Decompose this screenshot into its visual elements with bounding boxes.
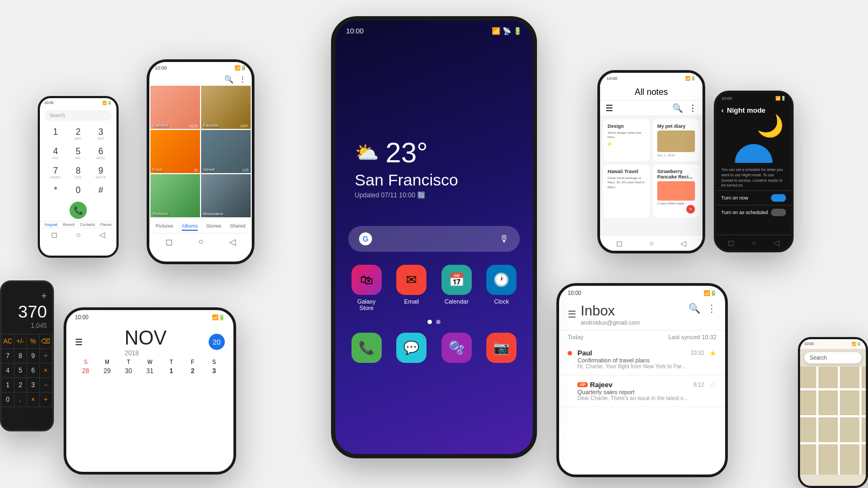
tab-shared[interactable]: Shared xyxy=(230,223,245,231)
tab-stories[interactable]: Stories xyxy=(206,223,222,231)
calc-btn-1[interactable]: 1 xyxy=(2,378,15,393)
calc-btn-9[interactable]: 9 xyxy=(27,349,40,363)
app-email[interactable]: ✉ Email xyxy=(391,265,432,311)
tab-places[interactable]: Places xyxy=(100,223,112,226)
tab-contacts[interactable]: Contacts xyxy=(80,223,95,226)
nav-recents[interactable]: ◁ xyxy=(774,238,780,247)
app-bubbles[interactable]: 🫧 xyxy=(436,333,477,363)
calc-btn-sign[interactable]: +/- xyxy=(15,334,27,349)
cal-day-1[interactable]: 1 xyxy=(161,367,182,375)
dot-1[interactable] xyxy=(428,320,432,324)
app-camera[interactable]: 📷 xyxy=(481,333,522,363)
dialer-search[interactable]: Search xyxy=(44,110,112,121)
calc-btn-7[interactable]: 7 xyxy=(2,349,15,363)
photo-street[interactable]: Street 125 xyxy=(201,130,251,173)
key-6[interactable]: 6MNO xyxy=(91,145,111,162)
email-item-rajeev[interactable]: VIP Rajeev 8:12 Quarterly sales report D… xyxy=(559,375,725,407)
nav-recents[interactable]: ◁ xyxy=(680,239,686,248)
note-design[interactable]: Design Some design notes text here... ⭐ xyxy=(603,119,650,161)
key-hash[interactable]: # xyxy=(91,183,111,197)
key-0[interactable]: 0 xyxy=(68,183,88,197)
calc-btn-4[interactable]: 4 xyxy=(2,363,15,378)
email-menu-icon[interactable]: ☰ xyxy=(568,308,576,320)
nav-back[interactable]: ◻ xyxy=(166,237,173,247)
google-search-bar[interactable]: G 🎙 xyxy=(348,226,520,252)
toggle-row-2[interactable]: Turn on as scheduled xyxy=(716,205,791,219)
nav-home[interactable]: ○ xyxy=(198,237,204,247)
nav-home[interactable]: ○ xyxy=(76,230,80,239)
calc-btn-8[interactable]: 8 xyxy=(15,349,27,363)
calc-btn-6[interactable]: 6 xyxy=(27,363,40,378)
notes-search-icon[interactable]: 🔍 xyxy=(672,103,683,113)
calc-btn-dot[interactable]: . xyxy=(15,393,27,407)
star-paul[interactable]: ★ xyxy=(709,349,717,358)
key-8[interactable]: 8TUV xyxy=(68,164,88,181)
toggle-on-now[interactable] xyxy=(771,194,786,202)
photo-camera[interactable]: Camera 6114 xyxy=(150,86,200,129)
key-3[interactable]: 3DEF xyxy=(91,125,111,142)
note-hawaii[interactable]: Hawaii Travel Great travel package to Ma… xyxy=(603,164,650,218)
photo-mountain[interactable]: Mountains xyxy=(201,174,251,217)
cal-day-30[interactable]: 30 xyxy=(118,367,139,375)
add-button[interactable]: + xyxy=(686,205,695,214)
note-recipe[interactable]: Strawberry Pancake Reci... 2 cups white … xyxy=(653,164,699,218)
nav-recents[interactable]: ◁ xyxy=(99,230,105,239)
email-item-paul[interactable]: Paul 10:32 Confirmation of travel plans … xyxy=(559,343,725,375)
calc-btn-mul[interactable]: × xyxy=(40,363,53,378)
key-9[interactable]: 9WXYZ xyxy=(91,164,111,181)
app-calendar[interactable]: 📅 Calendar xyxy=(436,265,477,311)
calc-btn-3[interactable]: 3 xyxy=(27,378,40,393)
nav-home[interactable]: ○ xyxy=(752,238,756,247)
key-4[interactable]: 4GHI xyxy=(45,145,66,162)
calc-btn-add[interactable]: + xyxy=(40,393,53,407)
calc-btn-del[interactable]: ⌫ xyxy=(40,334,53,349)
email-search-icon[interactable]: 🔍 xyxy=(688,303,700,314)
app-messages[interactable]: 💬 xyxy=(391,333,432,363)
map-view[interactable] xyxy=(800,367,866,475)
app-galaxy-store[interactable]: 🛍 GalaxyStore xyxy=(346,265,387,311)
key-7[interactable]: 7PQRS xyxy=(45,164,66,181)
key-1[interactable]: 1 xyxy=(45,125,66,142)
app-phone[interactable]: 📞 xyxy=(346,333,387,363)
key-2[interactable]: 2ABC xyxy=(68,125,88,142)
nav-back[interactable]: ◻ xyxy=(616,239,623,248)
notes-menu-icon[interactable]: ☰ xyxy=(605,103,613,113)
nav-home[interactable]: ○ xyxy=(649,239,653,248)
star-rajeev[interactable]: ☆ xyxy=(709,381,717,389)
cal-day-28[interactable]: 28 xyxy=(75,367,97,375)
toggle-row-1[interactable]: Turn on now xyxy=(716,190,791,205)
calendar-day-badge[interactable]: 20 xyxy=(209,334,225,350)
nav-back[interactable]: ◻ xyxy=(728,238,734,247)
calc-btn-sub[interactable]: − xyxy=(40,378,53,393)
nav-back[interactable]: ◻ xyxy=(51,230,58,239)
dot-2[interactable] xyxy=(436,320,440,324)
nav-recents[interactable]: ◁ xyxy=(229,237,236,247)
photo-food[interactable]: Food 30 xyxy=(150,130,200,173)
notes-more-icon[interactable]: ⋮ xyxy=(688,103,697,113)
tab-pictures[interactable]: Pictures xyxy=(156,223,174,231)
photo-people[interactable]: Pictures xyxy=(150,174,200,217)
note-diary[interactable]: My pet diary Nov 1, 2018 xyxy=(653,119,699,161)
cal-day-2[interactable]: 2 xyxy=(182,367,204,375)
key-5[interactable]: 5JKL xyxy=(68,145,88,162)
calc-btn-div[interactable]: ÷ xyxy=(40,349,53,363)
calc-btn-5[interactable]: 5 xyxy=(15,363,27,378)
tab-recent[interactable]: Recent xyxy=(63,223,75,226)
key-star[interactable]: * xyxy=(45,183,66,197)
calc-btn-ac[interactable]: AC xyxy=(2,334,15,349)
tab-keypad[interactable]: Keypad xyxy=(45,223,58,226)
app-clock[interactable]: 🕐 Clock xyxy=(481,265,522,311)
cal-day-29[interactable]: 29 xyxy=(97,367,118,375)
map-search-bar[interactable]: Search xyxy=(804,352,862,363)
mic-icon[interactable]: 🎙 xyxy=(499,233,509,245)
photo-favorite[interactable]: Favorite 1947 xyxy=(201,86,251,129)
hamburger-menu-icon[interactable]: ☰ xyxy=(75,337,82,347)
tab-albums[interactable]: Albums xyxy=(182,223,198,231)
cal-day-3[interactable]: 3 xyxy=(203,367,225,375)
calc-btn-0[interactable]: 0 xyxy=(2,393,15,407)
cal-day-31[interactable]: 31 xyxy=(139,367,161,375)
calc-btn-2[interactable]: 2 xyxy=(15,378,27,393)
calc-btn-percent[interactable]: % xyxy=(27,334,40,349)
gallery-more-icon[interactable]: ⋮ xyxy=(239,75,246,84)
email-more-icon[interactable]: ⋮ xyxy=(707,303,717,314)
